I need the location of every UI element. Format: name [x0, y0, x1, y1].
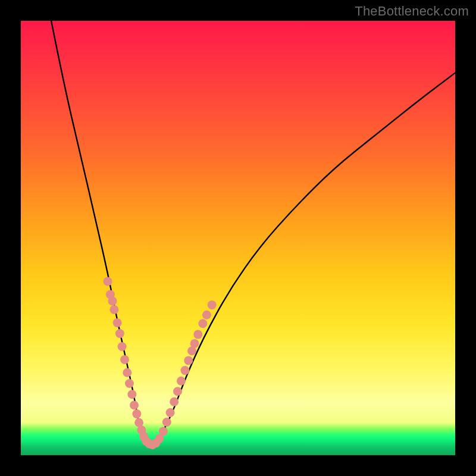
watermark-text: TheBottleneck.com [355, 4, 469, 19]
data-marker [208, 300, 217, 309]
data-marker [190, 339, 199, 348]
data-marker [108, 296, 117, 305]
data-marker [166, 408, 175, 417]
data-marker [177, 377, 186, 386]
data-marker [109, 305, 118, 314]
data-marker [132, 409, 141, 418]
data-marker [130, 401, 139, 410]
data-marker [127, 390, 136, 399]
data-marker [159, 427, 168, 436]
data-markers [104, 277, 217, 450]
data-marker [162, 418, 171, 427]
data-marker [118, 342, 127, 351]
data-marker [115, 329, 124, 338]
data-marker [170, 397, 178, 406]
data-marker [120, 355, 129, 364]
data-marker [125, 379, 134, 388]
data-marker [202, 311, 211, 320]
chart-frame: TheBottleneck.com [0, 0, 476, 476]
bottleneck-curve [51, 21, 455, 446]
data-marker [173, 387, 182, 396]
chart-svg [21, 21, 455, 455]
data-marker [123, 368, 131, 377]
data-marker [184, 356, 193, 365]
data-marker [113, 318, 122, 327]
data-marker [180, 366, 189, 375]
data-marker [104, 277, 112, 286]
data-marker [193, 330, 202, 339]
plot-area [21, 21, 455, 455]
data-marker [198, 319, 207, 328]
